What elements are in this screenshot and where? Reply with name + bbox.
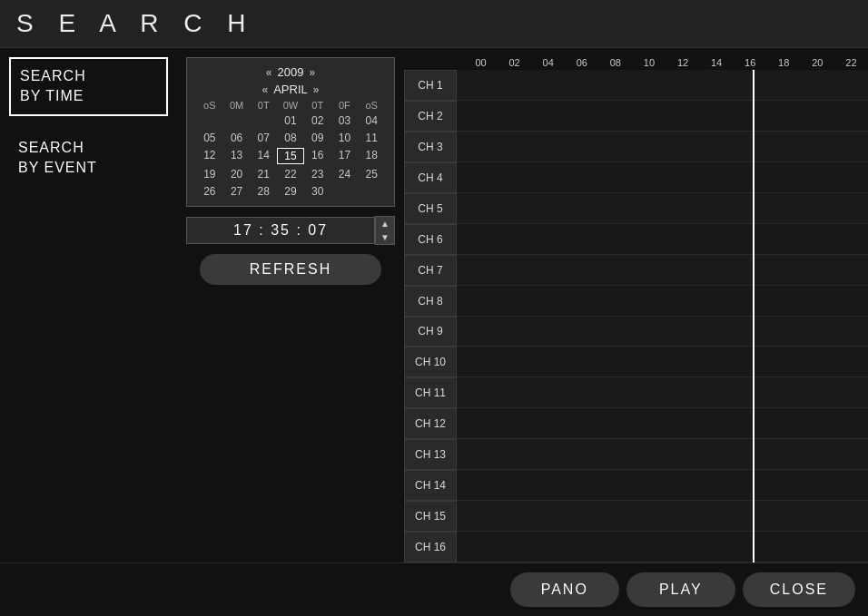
search-by-time[interactable]: SEARCH BY TIME	[9, 57, 168, 116]
header: S E A R C H	[0, 0, 868, 48]
channel-label[interactable]: CH 15	[404, 501, 457, 532]
time-up-arrow[interactable]: ▲	[376, 217, 394, 230]
search-by-event[interactable]: SEARCH BY EVENT	[9, 131, 168, 186]
channel-label[interactable]: CH 16	[404, 532, 457, 562]
calendar-day[interactable]: 26	[196, 184, 223, 199]
channel-label[interactable]: CH 1	[404, 70, 457, 101]
calendar-day[interactable]: 24	[331, 167, 359, 181]
calendar-day[interactable]: 07	[250, 131, 277, 145]
page-title: S E A R C H	[16, 9, 255, 37]
calendar-day[interactable]: 10	[331, 131, 359, 145]
bottom-bar: PANO PLAY CLOSE	[0, 562, 868, 616]
time-indicator-triangle	[748, 70, 759, 72]
calendar-day[interactable]: 28	[250, 184, 277, 199]
timeline-row[interactable]	[457, 286, 868, 317]
calendar-day[interactable]: 20	[223, 167, 251, 181]
calendar-day[interactable]: 22	[277, 167, 304, 181]
channel-label[interactable]: CH 2	[404, 101, 457, 132]
channel-label[interactable]: CH 7	[404, 255, 457, 286]
timeline-row[interactable]	[457, 347, 868, 377]
timeline-row[interactable]	[457, 162, 868, 193]
calendar-day[interactable]: 19	[196, 167, 223, 181]
month-nav-row: « APRIL »	[196, 83, 385, 96]
time-tick-label: 20	[801, 57, 834, 68]
calendar-day[interactable]: 18	[358, 148, 385, 164]
timeline-row[interactable]	[457, 193, 868, 224]
calendar-day[interactable]: 11	[358, 131, 385, 145]
channel-label[interactable]: CH 14	[404, 470, 457, 501]
time-tick-label: 04	[531, 57, 565, 68]
year-next-arrow[interactable]: »	[309, 66, 315, 79]
time-display[interactable]: 17 : 35 : 07	[186, 217, 375, 244]
timeline-row[interactable]	[457, 224, 868, 255]
time-tick-label: 10	[632, 57, 666, 68]
time-down-arrow[interactable]: ▼	[376, 230, 394, 244]
channel-label[interactable]: CH 10	[404, 347, 457, 377]
calendar-day[interactable]: 27	[223, 184, 251, 199]
search-by-time-label2: BY TIME	[20, 86, 157, 106]
time-tick-label: 16	[734, 57, 767, 68]
time-tick-label: 06	[565, 57, 598, 68]
calendar-day[interactable]: 25	[358, 167, 385, 181]
main-content: SEARCH BY TIME SEARCH BY EVENT « 2009 » …	[0, 48, 868, 562]
calendar-day[interactable]: 04	[358, 113, 385, 128]
time-row: 17 : 35 : 07 ▲ ▼	[186, 216, 395, 245]
timeline-row[interactable]	[457, 255, 868, 286]
timeline-row[interactable]	[457, 132, 868, 162]
calendar-day[interactable]: 13	[223, 148, 251, 164]
calendar-year: 2009	[278, 65, 304, 79]
calendar-day[interactable]: 03	[331, 113, 359, 128]
calendar-day[interactable]: 17	[331, 148, 359, 164]
calendar-day[interactable]: 21	[250, 167, 277, 181]
timeline-row[interactable]	[457, 377, 868, 408]
channel-label[interactable]: CH 6	[404, 224, 457, 255]
calendar-day[interactable]: 09	[304, 131, 331, 145]
timeline-row[interactable]	[457, 101, 868, 132]
year-prev-arrow[interactable]: «	[266, 66, 272, 79]
channel-label[interactable]: CH 9	[404, 317, 457, 347]
timeline-row[interactable]	[457, 317, 868, 347]
timeline-row[interactable]	[457, 439, 868, 470]
channel-label[interactable]: CH 3	[404, 132, 457, 162]
time-indicator	[753, 70, 755, 562]
calendar-day[interactable]: 12	[196, 148, 223, 164]
refresh-button[interactable]: REFRESH	[200, 254, 381, 285]
time-tick-label: 08	[598, 57, 632, 68]
channel-label[interactable]: CH 13	[404, 439, 457, 470]
close-button[interactable]: CLOSE	[743, 572, 855, 607]
month-prev-arrow[interactable]: «	[262, 83, 269, 96]
pano-button[interactable]: PANO	[510, 572, 619, 607]
year-nav-row: « 2009 »	[196, 65, 385, 79]
time-tick-label: 12	[666, 57, 699, 68]
calendar-day[interactable]: 30	[304, 184, 331, 199]
timeline-body: CH 1CH 2CH 3CH 4CH 5CH 6CH 7CH 8CH 9CH 1…	[404, 70, 868, 562]
calendar-day[interactable]: 15	[277, 148, 304, 164]
timeline-row[interactable]	[457, 501, 868, 532]
channel-label[interactable]: CH 12	[404, 408, 457, 439]
channel-label[interactable]: CH 11	[404, 377, 457, 408]
calendar-day[interactable]: 06	[223, 131, 251, 145]
search-by-event-label2: BY EVENT	[18, 158, 159, 178]
play-button[interactable]: PLAY	[626, 572, 735, 607]
day-header: oS	[196, 100, 223, 111]
calendar-day[interactable]: 02	[304, 113, 331, 128]
calendar-day[interactable]: 14	[250, 148, 277, 164]
timeline-row[interactable]	[457, 470, 868, 501]
calendar-day[interactable]: 05	[196, 131, 223, 145]
timeline-row[interactable]	[457, 70, 868, 101]
calendar-day[interactable]: 23	[304, 167, 331, 181]
timeline-panel: 000204060810121416182022 CH 1CH 2CH 3CH …	[404, 48, 868, 562]
timeline-row[interactable]	[457, 408, 868, 439]
timeline-rows	[457, 70, 868, 562]
day-header: 0M	[223, 100, 251, 111]
calendar-day[interactable]: 29	[277, 184, 304, 199]
channel-label[interactable]: CH 5	[404, 193, 457, 224]
calendar-day[interactable]: 08	[277, 131, 304, 145]
month-next-arrow[interactable]: »	[313, 83, 320, 96]
channel-label[interactable]: CH 4	[404, 162, 457, 193]
calendar-day[interactable]: 01	[277, 113, 304, 128]
timeline-row[interactable]	[457, 532, 868, 562]
channel-label[interactable]: CH 8	[404, 286, 457, 317]
calendar-day[interactable]: 16	[304, 148, 331, 164]
time-tick-label: 02	[498, 57, 531, 68]
